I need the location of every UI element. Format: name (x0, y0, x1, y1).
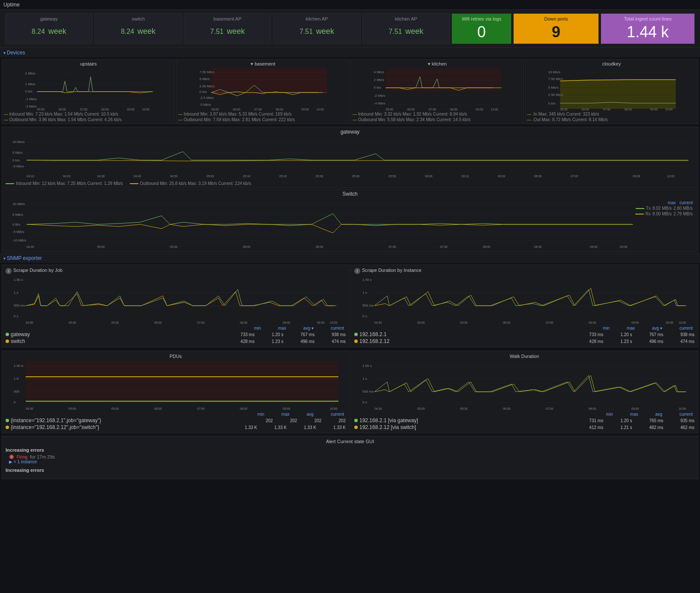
svg-text:10 MB/s: 10 MB/s (12, 202, 25, 206)
snmp-section-header[interactable]: SNMP exporter (0, 253, 700, 263)
scrape-job-svg: 1.50 s 1 s 500 ms 0 s 04:30 05:00 05:30 … (6, 274, 346, 326)
cloudkey-chart-area: 10 Mb/s 7.50 Mb/s 5 Mb/s 2.50 Mb/s 0 b/s… (527, 68, 696, 111)
uptime-card-down-ports: Down ports 9 (513, 13, 599, 44)
alert-instance: ▶ > 1 instance (9, 459, 694, 464)
svg-text:06:00: 06:00 (154, 321, 162, 324)
svg-text:05:00: 05:00 (69, 407, 76, 410)
walk-duration-svg: 1.50 s 1 s 500 ms 0 s 04:30 05:00 05:30 … (354, 361, 694, 412)
uptime-value-gateway: 8.24 week (11, 23, 87, 37)
svg-text:-5 MB/s: -5 MB/s (12, 230, 24, 234)
svg-text:-5 Mb/s: -5 Mb/s (12, 164, 24, 168)
svg-text:04:30: 04:30 (26, 321, 33, 324)
alert-group-2-title: Increasing errors (6, 468, 694, 473)
svg-text:0 b/s: 0 b/s (548, 101, 556, 105)
svg-text:5 MB/s: 5 MB/s (12, 213, 23, 217)
svg-text:08:00: 08:00 (625, 108, 632, 111)
alert-firing-label: Firing (17, 455, 27, 459)
small-charts-row: upstairs 2 Mb/s 1 Mb/s 0 b/s -1 Mb/s -2 … (0, 57, 700, 126)
svg-text:2 Mb/s: 2 Mb/s (25, 72, 36, 75)
uptime-card-kitchen-ap1: kitchen AP 7.51 week (273, 13, 360, 44)
svg-text:06:20: 06:20 (498, 175, 506, 178)
svg-text:1.50 s: 1.50 s (362, 278, 372, 282)
svg-text:08:30: 08:30 (534, 245, 542, 248)
alert-group-1: Increasing errors ! Firing for 17m 29s ▶… (6, 447, 694, 464)
scrape-job-title: Scrape Duration by Job (13, 268, 63, 273)
svg-text:!: ! (11, 455, 12, 459)
svg-text:0 b/s: 0 b/s (25, 89, 33, 93)
basement-chart: ♥ basement 7.50 Mb/s 5 Mb/s 2.50 Mb/s 0 … (176, 59, 350, 124)
svg-text:-2 Mb/s: -2 Mb/s (374, 94, 386, 98)
switch-chart-container: Switch 10 MB/s 5 MB/s 0 B/s -5 MB/s -10 … (2, 189, 698, 252)
svg-text:07:00: 07:00 (389, 245, 396, 248)
alert-group-2: Increasing errors (6, 468, 694, 473)
uptime-value-kitchen-ap1: 7.51 week (278, 23, 355, 37)
cloudkey-outbound: — .Out Max: 8.72 Mb/s Current: 8.16 Mb/s (527, 117, 696, 122)
svg-text:06:00: 06:00 (425, 175, 433, 178)
svg-text:05:50: 05:50 (389, 175, 396, 178)
alert-duration: for 17m 29s (30, 454, 55, 459)
alert-warning-icon: ! (9, 454, 14, 459)
svg-rect-72 (12, 137, 688, 179)
svg-text:09:00: 09:00 (590, 245, 598, 248)
gateway-chart-area: 10 Mb/s 5 Mb/s 0 b/s -5 Mb/s 04:10 04:20… (6, 137, 694, 179)
svg-text:04:20: 04:20 (63, 175, 71, 178)
svg-text:-10 MB/s: -10 MB/s (12, 238, 26, 242)
wifi-retries-value: 0 (477, 23, 486, 41)
switch-chart-area: 10 MB/s 5 MB/s 0 B/s -5 MB/s -10 MB/s 04… (6, 199, 694, 250)
pdus-row-gateway: {instance="192.168.2.1",job="gateway"} 2… (6, 417, 346, 423)
svg-text:09:00: 09:00 (476, 108, 484, 111)
pdus-title: PDUs (6, 354, 346, 359)
svg-text:09:30: 09:30 (317, 321, 325, 324)
uptime-value-basement-ap: 7.51 week (189, 23, 266, 37)
scrape-job-info-icon[interactable]: i (6, 268, 12, 274)
svg-text:2.50 Mb/s: 2.50 Mb/s (200, 84, 215, 88)
svg-text:1.50 s: 1.50 s (14, 278, 23, 282)
svg-text:05:00: 05:00 (417, 321, 425, 324)
switch-chart-title: Switch (6, 191, 694, 197)
basement-outbound: — Outbound Min: 7.59 kb/s Max: 2.81 Mb/s… (178, 117, 347, 122)
uptime-title-basement-ap: basement AP (189, 16, 266, 21)
cloudkey-svg: 10 Mb/s 7.50 Mb/s 5 Mb/s 2.50 Mb/s 0 b/s… (527, 68, 696, 111)
scrape-instance-info-icon[interactable]: i (354, 268, 360, 274)
cloudkey-chart: cloudkey 10 Mb/s 7.50 Mb/s 5 Mb/s 2.50 M… (525, 59, 698, 124)
upstairs-inbound: — Inbound Min: 7.23 kb/s Max: 1.54 Mb/s … (4, 112, 173, 116)
devices-section-header[interactable]: Devices (0, 48, 700, 57)
svg-text:4 Mb/s: 4 Mb/s (374, 70, 384, 74)
svg-text:08:00: 08:00 (240, 321, 248, 324)
scrape-instance-svg: 1.50 s 1 s 500 ms 0 s 04:30 05:00 05:30 … (354, 274, 694, 326)
svg-text:09:00: 09:00 (650, 108, 658, 111)
scrape-job-row-gateway: gateway 733 ms 1.20 s 767 ms 938 ms (6, 331, 346, 337)
svg-text:1 s: 1 s (362, 377, 367, 381)
kitchen-title: ♥ kitchen (353, 61, 522, 66)
svg-text:-2 Mb/s: -2 Mb/s (25, 104, 37, 108)
wifi-retries-title: Wifi retries via logs (462, 16, 501, 21)
walk-duration-title: Walk Duration (354, 354, 694, 359)
svg-rect-121 (13, 274, 338, 326)
svg-text:07:30: 07:30 (440, 245, 448, 248)
pdus-table-header: min max avg current (6, 412, 346, 417)
svg-text:06:00: 06:00 (503, 321, 511, 324)
gateway-outbound-color (130, 183, 138, 184)
svg-text:7.50 Mb/s: 7.50 Mb/s (548, 77, 563, 81)
svg-text:10:00: 10:00 (679, 407, 686, 410)
uptime-card-wifi-retries: Wifi retries via logs 0 (452, 13, 512, 44)
svg-text:0 s: 0 s (362, 314, 367, 318)
svg-text:10:00: 10:00 (491, 108, 499, 111)
uptime-card-gateway: gateway 8.24 week (5, 13, 93, 44)
svg-text:0 s: 0 s (14, 314, 18, 318)
svg-text:0 b/s: 0 b/s (12, 158, 20, 162)
svg-text:05:30: 05:30 (111, 321, 119, 324)
svg-text:06:00: 06:00 (503, 407, 511, 410)
svg-text:05:30: 05:30 (460, 321, 468, 324)
svg-text:10:00: 10:00 (679, 321, 686, 324)
cloudkey-inbound: — .In Max: 345 kb/s Current: 323 kb/s (527, 112, 696, 116)
scrape-instance-row-2: 192.168.2.12 428 ms 1.23 s 496 ms 474 ms (354, 338, 694, 344)
svg-text:07:00: 07:00 (571, 175, 578, 178)
scrape-job-table-header: min max avg ▾ current (6, 326, 346, 331)
scrape-instance-title: Scrape Duration by Instance (362, 268, 422, 273)
svg-text:09:00: 09:00 (302, 108, 309, 111)
alert-title: Alert Current state GUI (6, 439, 694, 444)
svg-text:09:00: 09:00 (283, 407, 290, 410)
svg-text:07:00: 07:00 (254, 108, 262, 111)
svg-text:2.50 Mb/s: 2.50 Mb/s (548, 93, 563, 97)
